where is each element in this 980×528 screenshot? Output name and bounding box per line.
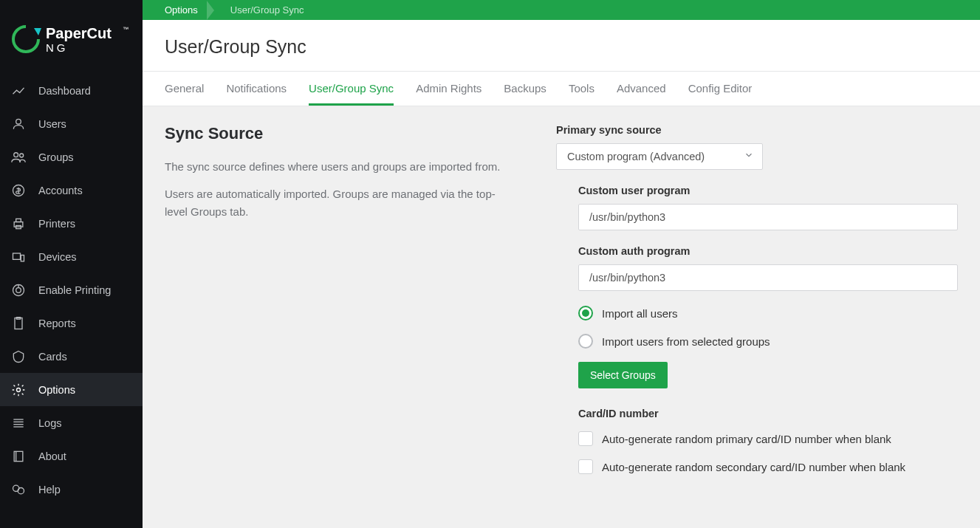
custom-auth-program-label: Custom auth program	[578, 245, 958, 257]
cards-icon	[9, 349, 28, 364]
groups-icon	[9, 150, 28, 165]
checkbox-icon	[578, 459, 593, 474]
user-icon	[9, 117, 28, 131]
svg-point-14	[16, 287, 21, 292]
about-icon	[9, 449, 28, 464]
page-header: User/Group Sync	[143, 20, 980, 72]
sidebar-item-reports[interactable]: Reports	[0, 306, 143, 340]
sidebar-item-enable-printing[interactable]: Enable Printing	[0, 273, 143, 306]
radio-import-all-label: Import all users	[602, 307, 678, 320]
svg-rect-23	[14, 451, 23, 461]
checkbox-icon	[578, 431, 593, 446]
tab-advanced[interactable]: Advanced	[617, 72, 666, 106]
sidebar-item-label: Cards	[38, 351, 67, 363]
select-groups-button[interactable]: Select Groups	[578, 362, 668, 388]
radio-icon	[578, 306, 593, 320]
sidebar-item-groups[interactable]: Groups	[0, 140, 143, 174]
sidebar-item-help[interactable]: Help	[0, 473, 143, 506]
sidebar-item-accounts[interactable]: Accounts	[0, 174, 143, 207]
sidebar-item-label: Printers	[38, 218, 75, 230]
section-form-col: Primary sync source Custom program (Adva…	[556, 124, 958, 487]
svg-point-6	[20, 154, 24, 157]
sidebar-item-printers[interactable]: Printers	[0, 207, 143, 240]
primary-sync-source-label: Primary sync source	[556, 124, 958, 136]
tab-general[interactable]: General	[165, 72, 204, 106]
page-title: User/Group Sync	[165, 36, 958, 58]
radio-icon	[578, 334, 593, 349]
custom-user-program-label: Custom user program	[578, 185, 958, 196]
sidebar-item-label: Enable Printing	[38, 284, 111, 296]
radio-import-selected-label: Import users from selected groups	[602, 335, 770, 348]
primary-sync-source-value: Custom program (Advanced)	[567, 151, 705, 162]
section-desc-2: Users are automatically imported. Groups…	[165, 185, 512, 220]
custom-user-program-input[interactable]	[578, 204, 958, 230]
svg-rect-11	[13, 253, 21, 259]
sidebar-item-label: Options	[38, 384, 75, 396]
breadcrumb: Options User/Group Sync	[143, 0, 980, 20]
tab-admin-rights[interactable]: Admin Rights	[416, 72, 482, 106]
tab-tools[interactable]: Tools	[569, 72, 594, 106]
breadcrumb-root[interactable]: Options	[165, 4, 202, 16]
dashboard-icon	[9, 83, 28, 98]
enable-printing-icon	[9, 283, 28, 298]
sidebar-item-devices[interactable]: Devices	[0, 240, 143, 273]
sidebar-item-users[interactable]: Users	[0, 107, 143, 140]
accounts-icon	[9, 183, 28, 198]
section-description-col: Sync Source The sync source defines wher…	[165, 124, 512, 487]
logs-icon	[9, 416, 28, 431]
sidebar-nav: Dashboard Users Groups Accounts Printers	[0, 74, 143, 506]
sidebar: PaperCut ™ NG Dashboard Users Groups	[0, 0, 143, 528]
brand-logo: PaperCut ™ NG	[0, 0, 143, 74]
tabbar: General Notifications User/Group Sync Ad…	[143, 72, 980, 106]
sidebar-item-label: Help	[38, 484, 61, 496]
checkbox-auto-primary[interactable]: Auto-generate random primary card/ID num…	[578, 431, 958, 446]
breadcrumb-current: User/Group Sync	[216, 4, 309, 16]
sidebar-item-label: Users	[38, 118, 66, 130]
svg-point-26	[18, 487, 24, 493]
checkbox-auto-secondary-label: Auto-generate random secondary card/ID n…	[602, 461, 905, 473]
radio-import-selected[interactable]: Import users from selected groups	[578, 334, 958, 349]
reports-icon	[9, 316, 28, 331]
svg-text:™: ™	[123, 26, 129, 32]
custom-auth-program-input[interactable]	[578, 264, 958, 291]
tab-backups[interactable]: Backups	[504, 72, 546, 106]
checkbox-auto-secondary[interactable]: Auto-generate random secondary card/ID n…	[578, 459, 958, 474]
help-icon	[9, 482, 28, 497]
sidebar-item-cards[interactable]: Cards	[0, 340, 143, 373]
sidebar-item-dashboard[interactable]: Dashboard	[0, 74, 143, 107]
checkbox-auto-primary-label: Auto-generate random primary card/ID num…	[602, 433, 891, 445]
svg-point-18	[17, 388, 21, 391]
sidebar-item-about[interactable]: About	[0, 439, 143, 473]
svg-rect-12	[21, 255, 24, 261]
devices-icon	[9, 250, 28, 264]
sidebar-item-logs[interactable]: Logs	[0, 406, 143, 439]
options-icon	[9, 383, 28, 397]
section-desc-1: The sync source defines where users and …	[165, 158, 512, 175]
sidebar-item-label: Accounts	[38, 185, 83, 196]
svg-text:NG: NG	[46, 41, 69, 54]
svg-marker-0	[34, 28, 41, 35]
breadcrumb-sep-icon	[207, 1, 214, 20]
tab-notifications[interactable]: Notifications	[226, 72, 287, 106]
sidebar-item-label: Devices	[38, 251, 77, 263]
printers-icon	[9, 216, 28, 231]
sidebar-item-label: Logs	[38, 417, 61, 429]
card-id-heading: Card/ID number	[578, 408, 958, 419]
svg-point-4	[16, 119, 21, 124]
main-area: Options User/Group Sync User/Group Sync …	[143, 0, 980, 528]
sidebar-item-label: Dashboard	[38, 85, 91, 97]
tab-config-editor[interactable]: Config Editor	[688, 72, 753, 106]
radio-import-all[interactable]: Import all users	[578, 306, 958, 320]
sidebar-item-label: About	[38, 450, 66, 462]
tab-user-group-sync[interactable]: User/Group Sync	[309, 72, 394, 106]
section-title-sync-source: Sync Source	[165, 124, 512, 143]
content-scroll[interactable]: Sync Source The sync source defines wher…	[143, 106, 980, 528]
svg-text:PaperCut: PaperCut	[46, 25, 112, 41]
primary-sync-source-select[interactable]: Custom program (Advanced)	[556, 143, 763, 170]
sidebar-item-options[interactable]: Options	[0, 373, 143, 406]
svg-point-5	[14, 152, 18, 157]
sidebar-item-label: Groups	[38, 151, 74, 163]
sidebar-item-label: Reports	[38, 318, 76, 329]
svg-rect-9	[16, 219, 21, 222]
